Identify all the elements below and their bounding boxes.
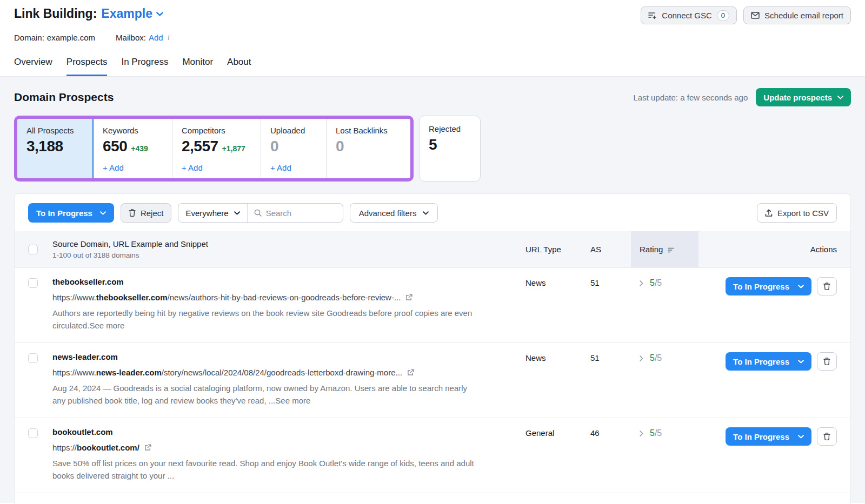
last-update-text: Last update: a few seconds ago — [633, 93, 748, 102]
row-action-label: To In Progress — [733, 282, 789, 291]
report-title: Link Building: — [14, 6, 97, 21]
column-as[interactable]: AS — [590, 231, 631, 267]
sort-descending-icon — [668, 247, 674, 253]
row-snippet: Save 50% off list prices on your next fa… — [52, 459, 474, 480]
project-name: Example — [101, 6, 152, 21]
rating-total: /5 — [655, 278, 662, 287]
row-rating[interactable]: 5/5 — [631, 352, 698, 363]
row-to-in-progress-button[interactable]: To In Progress — [726, 277, 811, 295]
row-delete-button[interactable] — [817, 277, 837, 295]
connect-gsc-badge: 0 — [717, 10, 729, 21]
row-authority-score: 46 — [590, 427, 631, 438]
card-keywords[interactable]: Keywords 650 +439 + Add — [94, 119, 172, 178]
row-rating[interactable]: 5/5 — [631, 277, 698, 288]
card-value: 5 — [429, 136, 471, 153]
tab-overview[interactable]: Overview — [14, 57, 52, 76]
chevron-right-icon — [640, 280, 643, 286]
info-icon[interactable]: i — [166, 33, 170, 42]
row-authority-score: 51 — [590, 277, 631, 287]
external-link-icon[interactable] — [144, 444, 151, 451]
connect-gsc-label: Connect GSC — [662, 11, 712, 20]
card-label: Rejected — [429, 124, 471, 133]
reject-label: Reject — [141, 209, 164, 218]
card-delta: +439 — [131, 144, 148, 153]
card-uploaded[interactable]: Uploaded 0 + Add — [261, 119, 327, 178]
external-link-icon[interactable] — [407, 369, 414, 376]
export-csv-button[interactable]: Export to CSV — [757, 203, 837, 223]
rating-value: 5 — [650, 278, 655, 287]
card-rejected[interactable]: Rejected 5 — [419, 116, 481, 182]
column-actions-label: Actions — [810, 245, 837, 254]
rating-total: /5 — [655, 353, 662, 362]
add-keywords-link[interactable]: + Add — [103, 163, 163, 172]
mailbox-add-link[interactable]: Add — [149, 33, 163, 42]
column-rating[interactable]: Rating — [631, 231, 698, 267]
add-uploaded-link[interactable]: + Add — [270, 163, 317, 172]
card-value: 0 — [270, 138, 278, 155]
row-rating[interactable]: 5/5 — [631, 427, 698, 438]
row-snippet: Aug 24, 2024 — Goodreads is a social cat… — [52, 384, 467, 405]
url-prefix: https://www. — [52, 368, 96, 377]
add-competitors-link[interactable]: + Add — [182, 163, 251, 172]
prospect-source-cards: All Prospects 3,188 Keywords 650 +439 + … — [14, 116, 851, 182]
to-in-progress-bulk-button[interactable]: To In Progress — [28, 203, 114, 223]
project-selector[interactable]: Example — [101, 6, 163, 21]
external-link-icon[interactable] — [405, 294, 412, 301]
connect-gsc-button[interactable]: Connect GSC 0 — [641, 6, 737, 24]
row-delete-button[interactable] — [817, 352, 837, 371]
tab-in-progress[interactable]: In Progress — [121, 57, 168, 76]
row-checkbox[interactable] — [28, 353, 38, 363]
top-header: Link Building: Example Connect GSC 0 — [0, 0, 865, 42]
search-icon — [254, 209, 262, 217]
url-path: /news/authors-hit-by-bad-reviews-on-good… — [168, 293, 401, 302]
row-url-type: News — [525, 352, 590, 362]
search-scope-dropdown[interactable]: Everywhere — [178, 204, 247, 222]
page-title: Link Building: Example — [14, 6, 163, 21]
column-rating-label: Rating — [640, 245, 663, 254]
card-lost-backlinks[interactable]: Lost Backlinks 0 — [327, 119, 410, 178]
advanced-filters-button[interactable]: Advanced filters — [350, 203, 438, 223]
advanced-filters-label: Advanced filters — [359, 209, 417, 218]
domain-label: Domain: — [14, 33, 44, 42]
see-more-link[interactable]: See more — [89, 321, 124, 330]
chevron-down-icon — [837, 96, 843, 99]
column-source: Source Domain, URL Example and Snippet — [52, 239, 208, 248]
to-in-progress-label: To In Progress — [36, 209, 92, 218]
see-more-link[interactable]: See more — [275, 396, 310, 405]
envelope-icon — [751, 12, 760, 19]
search-input[interactable] — [266, 209, 336, 218]
card-value: 650 — [103, 138, 127, 155]
row-to-in-progress-button[interactable]: To In Progress — [726, 427, 811, 446]
row-checkbox[interactable] — [28, 278, 38, 288]
card-all-prospects[interactable]: All Prospects 3,188 — [17, 119, 94, 178]
select-all-checkbox[interactable] — [28, 245, 38, 254]
tab-prospects[interactable]: Prospects — [66, 57, 108, 76]
update-prospects-button[interactable]: Update prospects — [756, 88, 851, 106]
card-label: Competitors — [182, 126, 251, 135]
url-domain: news-leader.com — [96, 368, 162, 377]
tab-about[interactable]: About — [227, 57, 251, 76]
column-as-label: AS — [590, 245, 601, 254]
row-url-type: News — [525, 277, 590, 287]
url-prefix: https:// — [52, 443, 77, 452]
row-url-type: General — [525, 427, 590, 438]
card-competitors[interactable]: Competitors 2,557 +1,877 + Add — [172, 119, 261, 178]
schedule-email-report-button[interactable]: Schedule email report — [743, 6, 851, 24]
card-label: Uploaded — [270, 126, 317, 135]
column-url-type-label: URL Type — [525, 245, 561, 254]
row-checkbox[interactable] — [28, 428, 38, 438]
url-domain: bookoutlet.com/ — [77, 443, 139, 452]
gsc-connect-icon — [648, 12, 657, 19]
column-url-type[interactable]: URL Type — [525, 231, 590, 267]
row-delete-button[interactable] — [817, 427, 837, 446]
url-prefix: https://www. — [52, 293, 96, 302]
reject-button[interactable]: Reject — [121, 203, 172, 223]
row-domain: thebookseller.com — [52, 277, 509, 286]
card-label: Keywords — [103, 126, 163, 135]
tab-monitor[interactable]: Monitor — [182, 57, 213, 76]
trash-icon — [823, 283, 830, 290]
card-label: All Prospects — [26, 126, 83, 135]
table-row: bookoutlet.com https://bookoutlet.com/ S… — [15, 418, 850, 493]
chevron-down-icon — [234, 211, 240, 215]
row-to-in-progress-button[interactable]: To In Progress — [726, 352, 811, 371]
